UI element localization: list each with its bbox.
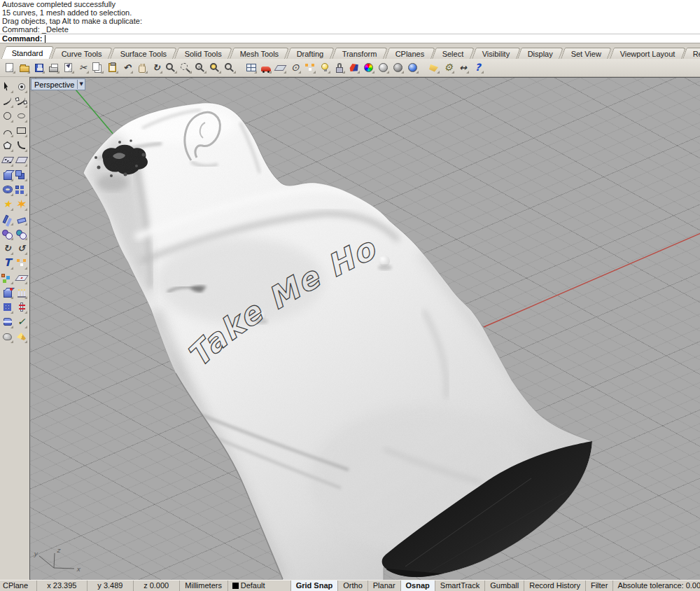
viewport-title-text: Perspective bbox=[34, 81, 74, 89]
zoom-dynamic-icon[interactable] bbox=[164, 61, 178, 74]
color-wheel-icon[interactable] bbox=[362, 61, 375, 74]
spotlight-icon[interactable] bbox=[427, 61, 440, 74]
status-toggle-record-history[interactable]: Record History bbox=[524, 580, 586, 591]
solid-tools-icon[interactable] bbox=[15, 167, 28, 182]
rotate-icon[interactable] bbox=[1, 241, 14, 256]
lock-objects-icon[interactable] bbox=[332, 61, 346, 74]
named-views-icon[interactable] bbox=[259, 61, 272, 74]
surface-wrap-icon[interactable] bbox=[1, 314, 14, 329]
rotate-view-icon[interactable] bbox=[150, 61, 163, 74]
cplane-align-icon[interactable] bbox=[15, 270, 28, 285]
lamp-icon[interactable] bbox=[318, 61, 331, 74]
copy-to-clipboard-icon[interactable] bbox=[62, 61, 75, 74]
tab-drafting[interactable]: Drafting bbox=[287, 48, 335, 59]
tab-standard[interactable]: Standard bbox=[1, 46, 54, 59]
command-history-line: Command: _Delete bbox=[0, 25, 700, 34]
interpolate-curve-icon[interactable] bbox=[15, 94, 28, 109]
zoom-selected-icon[interactable] bbox=[194, 61, 207, 74]
record-history-clamp-icon[interactable] bbox=[15, 300, 28, 314]
tab-visibility[interactable]: Visibility bbox=[472, 48, 520, 59]
undo-view-change-icon[interactable] bbox=[223, 61, 237, 74]
status-toggle-smarttrack[interactable]: SmartTrack bbox=[435, 580, 485, 591]
pan-view-icon[interactable] bbox=[135, 61, 148, 74]
tab-render-tools[interactable]: Render Tools bbox=[682, 48, 700, 59]
boolean-difference-icon[interactable] bbox=[15, 226, 28, 241]
tab-surface-tools[interactable]: Surface Tools bbox=[110, 48, 177, 59]
new-file-icon[interactable] bbox=[3, 61, 16, 74]
zoom-extents-icon[interactable] bbox=[209, 61, 222, 74]
lights-icon[interactable] bbox=[15, 285, 28, 300]
tab-mesh-tools[interactable]: Mesh Tools bbox=[230, 48, 289, 59]
group-objects-icon[interactable] bbox=[1, 270, 14, 285]
polygon-icon[interactable] bbox=[1, 138, 14, 153]
undo-icon[interactable] bbox=[120, 61, 134, 74]
arc-icon[interactable] bbox=[1, 123, 14, 138]
fillet-edge-icon[interactable] bbox=[1, 211, 14, 226]
torus-icon[interactable] bbox=[1, 182, 14, 197]
perspective-viewport[interactable]: Take Me Home y z x Perspective ▼ bbox=[29, 77, 700, 580]
pyramid-icon[interactable] bbox=[15, 329, 28, 344]
paste-icon[interactable] bbox=[106, 61, 119, 74]
tab-transform[interactable]: Transform bbox=[332, 48, 388, 59]
control-point-curve-icon[interactable] bbox=[1, 94, 14, 109]
rotate-3d-icon[interactable] bbox=[15, 241, 28, 256]
render-icon[interactable] bbox=[347, 61, 360, 74]
select-pointer-icon[interactable] bbox=[1, 79, 14, 94]
array-objects-icon[interactable] bbox=[15, 182, 28, 197]
center-snap-icon[interactable] bbox=[288, 61, 302, 74]
fillet-curve-icon[interactable] bbox=[15, 138, 28, 153]
status-toggle-osnap[interactable]: Osnap bbox=[401, 580, 435, 591]
single-point-icon[interactable] bbox=[15, 79, 28, 94]
viewport-title[interactable]: Perspective ▼ bbox=[31, 78, 85, 90]
text-caret bbox=[45, 35, 46, 43]
tab-display[interactable]: Display bbox=[517, 48, 564, 59]
status-toggle-grid-snap[interactable]: Grid Snap bbox=[291, 580, 339, 591]
render-box-icon[interactable] bbox=[1, 285, 14, 300]
mesh-from-scan-icon[interactable] bbox=[1, 329, 14, 344]
status-toggle-filter[interactable]: Filter bbox=[586, 580, 613, 591]
explode-icon[interactable] bbox=[1, 197, 14, 211]
status-cplane[interactable]: CPlane bbox=[0, 580, 37, 591]
circle-icon[interactable] bbox=[1, 109, 14, 123]
viewport-layout-icon[interactable] bbox=[244, 61, 258, 74]
patch-surface-icon[interactable] bbox=[15, 153, 28, 167]
command-prompt-input[interactable]: Command: bbox=[0, 34, 700, 43]
trim-icon[interactable] bbox=[15, 197, 28, 211]
shaded-viewport-icon[interactable] bbox=[377, 61, 390, 74]
rendered-viewport-icon[interactable] bbox=[406, 61, 419, 74]
dimension-icon[interactable] bbox=[456, 61, 470, 74]
tab-curve-tools[interactable]: Curve Tools bbox=[51, 48, 113, 59]
print-icon[interactable] bbox=[47, 61, 60, 74]
copy-icon[interactable] bbox=[91, 61, 104, 74]
rectangle-icon[interactable] bbox=[15, 123, 28, 138]
surface-from-points-icon[interactable] bbox=[1, 153, 14, 167]
check-objects-icon[interactable] bbox=[15, 314, 28, 329]
status-toggle-gumball[interactable]: Gumball bbox=[485, 580, 524, 591]
tab-set-view[interactable]: Set View bbox=[561, 48, 612, 59]
tab-select[interactable]: Select bbox=[432, 48, 474, 59]
boolean-union-icon[interactable] bbox=[1, 226, 14, 241]
ghosted-viewport-icon[interactable] bbox=[391, 61, 405, 74]
move-control-points-icon[interactable] bbox=[15, 256, 28, 270]
status-toggle-ortho[interactable]: Ortho bbox=[338, 580, 368, 591]
set-cplane-icon[interactable] bbox=[274, 61, 287, 74]
box-icon[interactable] bbox=[1, 167, 14, 182]
status-units[interactable]: Millimeters bbox=[180, 580, 228, 591]
cut-icon[interactable] bbox=[76, 61, 90, 74]
rectangular-array-icon[interactable] bbox=[1, 300, 14, 314]
tab-solid-tools[interactable]: Solid Tools bbox=[174, 48, 232, 59]
chamfer-edge-icon[interactable] bbox=[15, 211, 28, 226]
help-icon[interactable] bbox=[471, 61, 484, 74]
status-toggle-planar[interactable]: Planar bbox=[368, 580, 401, 591]
save-file-icon[interactable] bbox=[32, 61, 46, 74]
tab-cplanes[interactable]: CPlanes bbox=[385, 48, 435, 59]
document-properties-icon[interactable] bbox=[442, 61, 455, 74]
status-current-layer[interactable]: Default bbox=[228, 580, 291, 591]
object-snaps-icon[interactable] bbox=[303, 61, 316, 74]
open-file-icon[interactable] bbox=[18, 61, 31, 74]
tab-viewport-layout[interactable]: Viewport Layout bbox=[610, 48, 686, 59]
zoom-window-icon[interactable] bbox=[179, 61, 192, 74]
ellipse-icon[interactable] bbox=[15, 109, 28, 123]
text-object-icon[interactable] bbox=[1, 256, 14, 270]
viewport-menu-chevron-down-icon[interactable]: ▼ bbox=[77, 80, 84, 89]
